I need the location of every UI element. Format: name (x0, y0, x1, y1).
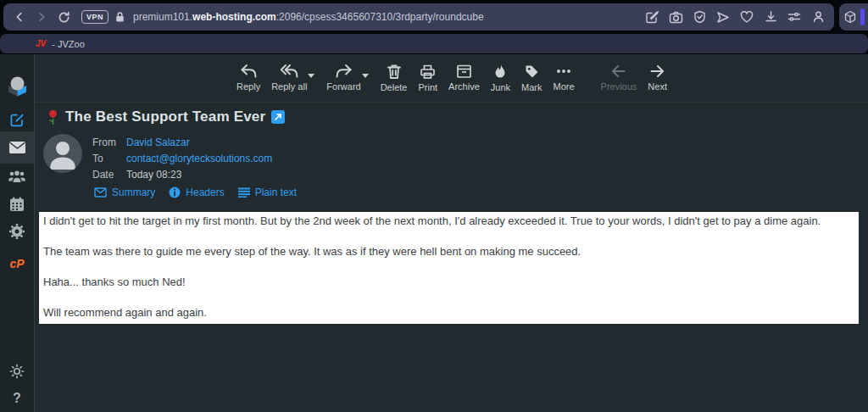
browser-action-icons (644, 6, 826, 28)
browser-extension-area (839, 3, 868, 31)
avatar-person-icon (43, 134, 82, 173)
info-icon (169, 187, 181, 198)
sidebar-item-help[interactable]: ? (0, 384, 34, 412)
forward-caret-icon[interactable] (362, 74, 369, 78)
sliders-icon (787, 11, 801, 23)
arrow-right-icon (649, 64, 665, 79)
back-button[interactable] (8, 6, 31, 28)
from-link[interactable]: David Salazar (126, 136, 190, 148)
tab-summary[interactable]: Summary (94, 187, 155, 198)
flame-icon (493, 64, 508, 80)
mail-content: Reply Reply all Forward Delete (34, 54, 868, 412)
header-date-row: Date Today 08:23 (92, 169, 181, 181)
edit-page-button[interactable] (644, 6, 659, 28)
next-label: Next (648, 81, 667, 92)
forward-button[interactable] (31, 6, 53, 28)
tab-summary-label: Summary (112, 187, 155, 198)
reply-icon (240, 64, 258, 79)
send-button[interactable] (715, 6, 731, 28)
reply-all-caret-icon[interactable] (308, 74, 314, 78)
message-body[interactable]: I didn't get to hit the target in my fir… (39, 212, 859, 324)
jvzoo-favicon: JV (36, 39, 46, 48)
sidebar-item-cpanel[interactable]: cP (0, 249, 34, 278)
more-label: More (553, 81, 574, 92)
forward-button[interactable]: Forward (326, 58, 360, 92)
edit-icon (645, 10, 659, 24)
more-dots-icon (555, 64, 572, 79)
tab-plain-text-label: Plain text (255, 187, 297, 198)
date-label: Date (92, 169, 126, 181)
mark-button[interactable]: Mark (521, 58, 542, 92)
roundcube-app: cP ? Reply Reply all (0, 54, 868, 412)
compose-icon (8, 111, 25, 128)
mark-label: Mark (521, 82, 542, 92)
tab-headers[interactable]: Headers (169, 187, 224, 198)
vpn-badge[interactable]: VPN (81, 10, 108, 24)
to-link[interactable]: contact@glorytecksolutions.com (126, 153, 272, 164)
url-text[interactable]: premium101.web-hosting.com:2096/cpsess34… (133, 11, 644, 23)
open-in-new-window-button[interactable] (271, 110, 285, 124)
calendar-icon (9, 197, 25, 212)
tag-icon (524, 64, 540, 80)
mail-icon (8, 141, 26, 154)
delete-button[interactable]: Delete (381, 58, 408, 92)
print-label: Print (418, 82, 437, 92)
browser-url-bar: VPN premium101.web-hosting.com:2096/cpse… (3, 3, 834, 31)
contacts-icon (8, 170, 26, 183)
downloads-button[interactable] (763, 6, 778, 28)
shield-button[interactable] (692, 6, 707, 28)
printer-icon (420, 64, 436, 80)
roundcube-logo[interactable] (0, 70, 34, 102)
reload-button[interactable] (53, 6, 75, 28)
tab-headers-label: Headers (186, 187, 224, 198)
heart-icon (740, 11, 754, 24)
url-suffix: :2096/cpsess3465607310/3rdparty/roundcub… (276, 11, 484, 23)
camera-button[interactable] (668, 6, 683, 28)
previous-label: Previous (601, 81, 637, 92)
print-button[interactable]: Print (418, 58, 437, 92)
send-icon (716, 11, 730, 24)
browser-tab-bar[interactable]: JV - JVZoo (0, 34, 868, 53)
body-paragraph: The team was there to guide me every ste… (43, 244, 854, 259)
summary-envelope-icon (94, 187, 107, 198)
screen: VPN premium101.web-hosting.com:2096/cpse… (0, 0, 868, 412)
sidebar-item-theme[interactable] (0, 357, 34, 386)
app-sidebar: cP ? (0, 54, 34, 412)
reply-button[interactable]: Reply (236, 58, 260, 92)
sidebar-item-compose[interactable] (0, 105, 34, 134)
forward-mail-icon (335, 64, 353, 79)
message-toolbar: Reply Reply all Forward Delete (35, 58, 868, 103)
cpanel-logo: cP (9, 257, 24, 270)
to-label: To (92, 153, 126, 164)
tab-plain-text[interactable]: Plain text (238, 187, 297, 198)
reply-label: Reply (236, 81, 260, 92)
message-subject: The Best Support Team Ever (65, 109, 265, 125)
more-button[interactable]: More (553, 58, 574, 92)
archive-label: Archive (448, 81, 480, 92)
previous-button[interactable]: Previous (601, 58, 637, 92)
sidebar-item-mail[interactable] (0, 131, 34, 164)
roundcube-logo-icon (6, 75, 29, 97)
junk-label: Junk (491, 82, 510, 92)
settings-sliders-button[interactable] (787, 6, 802, 28)
reply-all-label: Reply all (271, 81, 307, 92)
subject-row: The Best Support Team Ever (47, 109, 285, 125)
person-icon (812, 10, 825, 24)
archive-button[interactable]: Archive (448, 58, 480, 92)
profile-button[interactable] (810, 6, 826, 28)
junk-button[interactable]: Junk (491, 58, 510, 92)
favorites-button[interactable] (739, 6, 754, 28)
header-to-row: To contact@glorytecksolutions.com (92, 153, 272, 164)
next-button[interactable]: Next (648, 58, 667, 92)
reply-all-button[interactable]: Reply all (271, 58, 307, 92)
back-icon (14, 11, 25, 23)
extension-indicator[interactable] (860, 8, 865, 25)
sidebar-item-contacts[interactable] (0, 162, 34, 191)
sidebar-item-calendar[interactable] (0, 190, 34, 219)
tab-title: - JVZoo (52, 39, 85, 49)
extension-cube-icon[interactable] (843, 10, 857, 24)
header-from-row: From David Salazar (92, 136, 190, 148)
sidebar-item-settings[interactable] (0, 217, 34, 246)
help-icon: ? (13, 391, 21, 406)
reload-icon (58, 11, 70, 24)
